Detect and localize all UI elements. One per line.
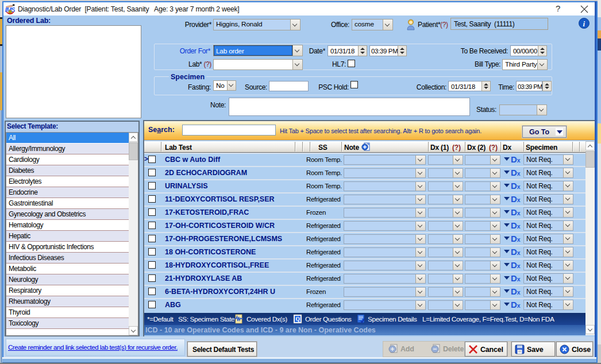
svg-text:Q: Q <box>296 316 300 322</box>
svg-text:i: i <box>583 20 585 28</box>
